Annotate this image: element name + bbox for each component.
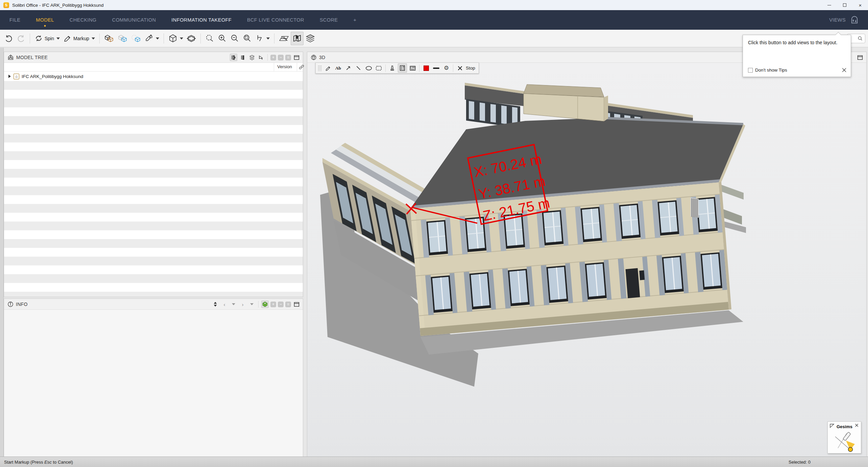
show-all-button[interactable] bbox=[102, 32, 116, 45]
cubes-hide-icon bbox=[118, 34, 128, 43]
zoom-area-button[interactable] bbox=[241, 32, 254, 45]
menu-add-tab[interactable]: + bbox=[353, 15, 357, 25]
view-presets-caret bbox=[180, 37, 183, 40]
next-dropdown-icon[interactable] bbox=[248, 301, 256, 308]
status-bar: Start Markup (Press Esc to Cancel) Selec… bbox=[0, 457, 868, 467]
menu-information-takeoff[interactable]: INFORMATION TAKEOFF bbox=[171, 15, 232, 25]
markup-tool-button[interactable]: Markup bbox=[62, 32, 97, 45]
close-button[interactable]: × bbox=[852, 0, 868, 10]
menu-bcf-live-connector[interactable]: BCF LIVE CONNECTOR bbox=[246, 15, 305, 25]
sort-icon[interactable] bbox=[212, 301, 219, 308]
zoom-fit-button[interactable] bbox=[203, 32, 216, 45]
view3d-title: 3D bbox=[319, 55, 326, 60]
undo-icon bbox=[4, 34, 13, 43]
menu-communication[interactable]: COMMUNICATION bbox=[112, 15, 157, 25]
info-panel-layout-icon[interactable] bbox=[293, 301, 300, 308]
section-box-button[interactable] bbox=[185, 32, 198, 45]
markup-rectangle-tool[interactable] bbox=[374, 63, 383, 73]
undo-button[interactable] bbox=[3, 32, 15, 45]
stop-label[interactable]: Stop bbox=[466, 66, 475, 71]
view3d-panel-layout-icon[interactable] bbox=[856, 54, 864, 61]
cursor-tip-close-icon[interactable] bbox=[854, 423, 859, 427]
link-column-icon[interactable] bbox=[299, 64, 304, 70]
tree-list-mode-icon[interactable] bbox=[239, 54, 246, 61]
spin-label: Spin bbox=[45, 36, 54, 41]
markup-stamp-tool[interactable] bbox=[388, 63, 397, 73]
filter-disabled-icon: ≡ bbox=[285, 55, 291, 60]
dont-show-tips-checkbox[interactable] bbox=[748, 68, 753, 73]
tips-close-icon[interactable] bbox=[842, 68, 847, 73]
view3d-panel: 3D Ab bbox=[307, 52, 867, 458]
markup-pen-tool[interactable] bbox=[323, 63, 333, 73]
markup-toolbar: Ab ⚙ Stop bbox=[315, 62, 479, 74]
views-label[interactable]: VIEWS bbox=[829, 17, 846, 23]
color-lock-button[interactable] bbox=[143, 32, 161, 45]
prev-icon[interactable]: ‹ bbox=[221, 301, 228, 308]
prev-dropdown-icon[interactable] bbox=[230, 301, 237, 308]
layers-button[interactable] bbox=[304, 32, 317, 45]
markup-image-tool[interactable] bbox=[408, 63, 417, 73]
markup-settings[interactable]: ⚙ bbox=[442, 63, 451, 73]
maximize-icon bbox=[843, 3, 846, 7]
status-message: Start Markup (Press Esc to Cancel) bbox=[4, 460, 73, 465]
markup-stop-button[interactable] bbox=[455, 63, 464, 73]
menu-score[interactable]: SCORE bbox=[319, 15, 339, 25]
markup-arrow-tool[interactable] bbox=[344, 63, 353, 73]
next-icon[interactable]: › bbox=[239, 301, 246, 308]
minimize-button[interactable] bbox=[821, 0, 837, 10]
window-title: Solibri Office - IFC ARK_Politibygg Hokk… bbox=[12, 3, 104, 8]
expand-arrow-icon[interactable] bbox=[8, 75, 11, 78]
spin-icon bbox=[34, 34, 43, 43]
add-views-icon[interactable] bbox=[850, 15, 859, 25]
spin-tool-button[interactable]: Spin bbox=[33, 32, 62, 45]
menu-checking[interactable]: CHECKING bbox=[69, 15, 97, 25]
menu-model[interactable]: MODEL bbox=[35, 15, 55, 25]
model-tree-header: MODEL TREE + − ≡ bbox=[4, 52, 303, 63]
redo-button[interactable] bbox=[15, 32, 27, 45]
select-dropdown-caret bbox=[266, 37, 270, 40]
tree-layers-mode-icon[interactable] bbox=[248, 54, 256, 61]
floor-plane-button[interactable] bbox=[277, 32, 291, 45]
tree-select-mode-icon[interactable] bbox=[257, 54, 265, 61]
toolbar-grip-handle[interactable] bbox=[318, 65, 322, 71]
paint-lock-icon bbox=[145, 34, 153, 43]
markup-ellipse-tool[interactable] bbox=[364, 63, 373, 73]
main-menu-bar: FILE MODEL CHECKING COMMUNICATION INFORM… bbox=[0, 10, 868, 30]
main-toolbar: Spin Markup bbox=[0, 30, 868, 47]
map-view-button[interactable] bbox=[291, 32, 304, 45]
close-icon: × bbox=[859, 3, 862, 8]
tips-popup: Click this button to add views to the la… bbox=[743, 35, 851, 77]
zoom-out-icon bbox=[230, 34, 239, 43]
panel-layout-icon[interactable] bbox=[293, 54, 300, 61]
zoom-out-button[interactable] bbox=[228, 32, 241, 45]
hide-button[interactable] bbox=[116, 32, 129, 45]
zoom-in-button[interactable] bbox=[216, 32, 228, 45]
tips-text: Click this button to add views to the la… bbox=[748, 40, 838, 45]
isolate-button[interactable] bbox=[129, 32, 143, 45]
markup-coordinate-tool[interactable] bbox=[398, 63, 407, 73]
info-header: INFO ‹ › + − ≡ bbox=[4, 299, 303, 310]
info-panel: INFO ‹ › + − ≡ bbox=[4, 299, 303, 458]
spin-dropdown-caret bbox=[56, 37, 60, 40]
pick-element-icon[interactable] bbox=[261, 301, 269, 308]
markup-line-tool[interactable] bbox=[354, 63, 363, 73]
markup-cursor-graphic bbox=[831, 431, 858, 452]
markup-color-swatch[interactable] bbox=[421, 63, 431, 73]
viewport-3d[interactable]: X: 70.24 m Y: 38.71 m Z: 21.75 m bbox=[307, 63, 866, 458]
menu-file[interactable]: FILE bbox=[9, 15, 21, 25]
line-width-icon bbox=[433, 68, 439, 69]
redo-icon bbox=[17, 34, 25, 43]
markup-line-width[interactable] bbox=[432, 63, 441, 73]
section-box-icon bbox=[187, 34, 196, 43]
info-list-disabled-icon: ≡ bbox=[285, 302, 291, 307]
view-cube-icon bbox=[168, 34, 177, 43]
info-add-disabled-icon: + bbox=[270, 302, 276, 307]
dock-strip bbox=[0, 48, 4, 457]
color-dropdown-caret bbox=[156, 37, 159, 40]
view-presets-button[interactable] bbox=[167, 32, 185, 45]
markup-text-tool[interactable]: Ab bbox=[334, 63, 343, 73]
maximize-button[interactable] bbox=[837, 0, 852, 10]
tree-root-row[interactable]: ⌂ IFC ARK_Politibygg Hokksund bbox=[4, 72, 303, 81]
tree-view-mode-icon[interactable] bbox=[230, 54, 237, 61]
select-tool-button[interactable] bbox=[254, 32, 271, 45]
